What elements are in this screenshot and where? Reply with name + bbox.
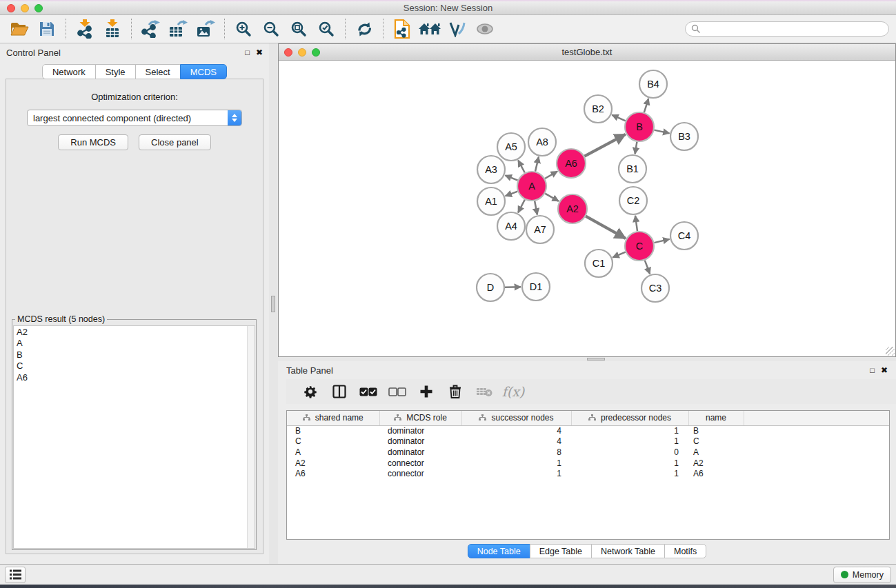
export-image-button[interactable] [192,17,219,41]
save-session-button[interactable] [33,17,61,41]
edge-B-B1[interactable] [635,142,637,154]
tab-network-table[interactable]: Network Table [591,544,665,558]
node-A4[interactable]: A4 [497,212,525,240]
node-A[interactable]: A [517,172,546,201]
edge-C-C3[interactable] [645,261,650,274]
node-A8[interactable]: A8 [528,128,556,156]
node-A7[interactable]: A7 [526,216,554,243]
mcds-result-item[interactable]: A6 [17,372,247,383]
tab-style[interactable]: Style [95,64,136,79]
resize-grip-icon[interactable] [886,347,895,356]
import-table-button[interactable] [99,17,126,41]
zoom-in-button[interactable] [230,17,257,41]
edge-A-A6[interactable] [545,172,557,179]
column-header-name[interactable]: name [688,411,744,425]
mcds-result-item[interactable]: B [17,349,247,361]
mcds-result-item[interactable]: C [17,361,247,372]
memory-button[interactable]: Memory [833,567,891,583]
show-tasks-button[interactable] [5,567,26,583]
edge-C-C4[interactable] [654,239,669,243]
node-D[interactable]: D [477,274,504,301]
network-graph[interactable]: AA1A2A3A4A5A6A7A8BB1B2B3B4CC1C2C3C4DD1 [279,61,895,356]
node-A5[interactable]: A5 [497,133,525,161]
node-A1[interactable]: A1 [477,187,505,215]
node-C4[interactable]: C4 [670,222,698,250]
edge-A-A1[interactable] [506,192,518,196]
refresh-button[interactable] [350,17,378,41]
network-canvas[interactable]: AA1A2A3A4A5A6A7A8BB1B2B3B4CC1C2C3C4DD1 [279,61,895,356]
zoom-out-button[interactable] [257,17,285,41]
node-B1[interactable]: B1 [619,155,646,183]
select-all-button[interactable] [354,381,383,402]
tab-edge-table[interactable]: Edge Table [530,544,592,558]
float-panel-icon[interactable]: □ [870,367,875,374]
mcds-result-item[interactable]: A [17,338,247,349]
edge-A-A3[interactable] [505,175,517,180]
edge-A-A5[interactable] [518,161,525,173]
validate-button[interactable] [444,17,471,41]
export-table-button[interactable] [164,17,192,41]
node-B3[interactable]: B3 [670,123,698,150]
column-header-shared-name[interactable]: shared name [287,411,379,425]
edge-B-B2[interactable] [612,115,626,121]
table-row[interactable]: A2connector11A2 [287,458,889,469]
node-A3[interactable]: A3 [477,156,505,183]
table-row[interactable]: Bdominator41B [287,425,889,436]
split-panel-button[interactable] [325,381,354,402]
open-session-button[interactable] [6,17,33,41]
deselect-all-button[interactable] [383,381,412,402]
delete-column-button[interactable] [441,381,470,402]
edge-C-C1[interactable] [613,252,625,258]
node-B4[interactable]: B4 [639,70,667,98]
edge-C-C2[interactable] [635,216,637,231]
column-header-MCDS-role[interactable]: MCDS role [379,411,461,425]
tab-mcds[interactable]: MCDS [180,64,227,79]
mcds-result-item[interactable]: A2 [17,327,247,338]
edge-A6-B[interactable] [584,134,625,156]
table-row[interactable]: Adominator80A [287,447,889,458]
export-network-button[interactable] [137,17,164,41]
close-panel-button[interactable]: Close panel [139,134,211,150]
float-panel-icon[interactable]: □ [245,49,250,57]
equation-fx-button[interactable]: f(x) [499,381,528,402]
tab-network[interactable]: Network [42,64,96,79]
table-row[interactable]: Cdominator41C [287,436,889,447]
close-panel-icon[interactable]: ✖ [256,48,263,57]
node-A2[interactable]: A2 [558,194,587,223]
home-button[interactable] [416,17,444,41]
tab-select[interactable]: Select [135,64,181,79]
optimization-criterion-dropdown[interactable]: largest connected component (directed) [27,110,242,126]
horizontal-splitter[interactable] [278,357,896,361]
column-header-predecessor-nodes[interactable]: predecessor nodes [571,411,688,425]
import-network-button[interactable] [71,17,99,41]
column-header-successor-nodes[interactable]: successor nodes [461,411,571,425]
edge-A-A8[interactable] [535,156,539,171]
vertical-splitter[interactable] [269,43,278,564]
node-D1[interactable]: D1 [522,273,550,301]
tab-node-table[interactable]: Node Table [468,544,530,558]
hide-panel-button[interactable] [471,17,499,41]
scrollbar-track[interactable] [247,326,255,548]
add-column-button[interactable] [412,381,441,402]
run-mcds-button[interactable]: Run MCDS [58,134,128,150]
splitter-grip[interactable] [271,296,275,312]
new-session-from-network-button[interactable] [388,17,416,41]
edge-A-A4[interactable] [518,200,525,213]
edge-A-A2[interactable] [545,194,559,201]
splitter-grip[interactable] [587,358,605,361]
zoom-fit-button[interactable] [285,17,312,41]
search-input[interactable] [701,24,883,34]
node-C[interactable]: C [625,232,654,261]
table-row[interactable]: A6connector11A6 [287,468,889,479]
node-C3[interactable]: C3 [641,274,669,302]
node-C1[interactable]: C1 [585,250,613,277]
edge-B-B3[interactable] [655,130,670,134]
table-settings-button[interactable] [296,381,325,402]
edge-A-A7[interactable] [535,201,537,215]
delete-table-button[interactable] [470,381,499,402]
node-A6[interactable]: A6 [557,149,586,178]
edge-A2-C[interactable] [586,216,626,239]
zoom-selected-button[interactable] [312,17,340,41]
tab-motifs[interactable]: Motifs [664,544,706,558]
node-B[interactable]: B [625,112,654,141]
